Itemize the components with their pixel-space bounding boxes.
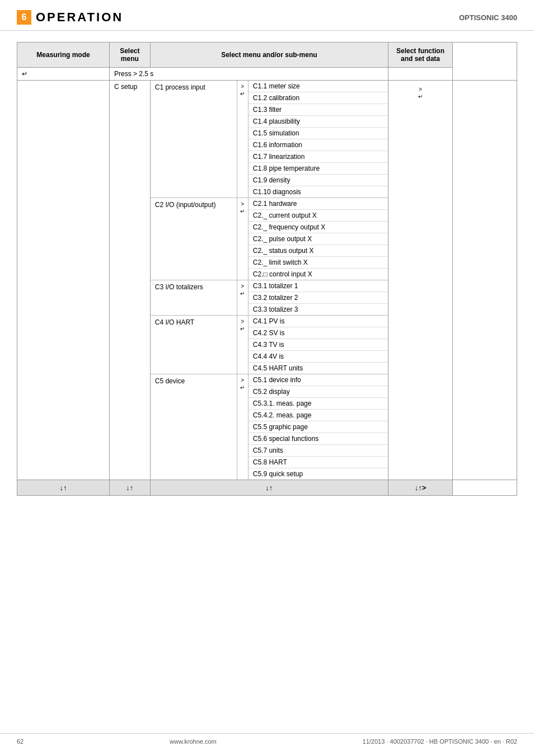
c4-item-3: C4.4 4V is	[249, 351, 388, 363]
page-header: 6 OPERATION OPTISONIC 3400	[0, 0, 534, 31]
c1-item-4: C1.5 simulation	[249, 128, 388, 139]
c1-item-2: C1.3 filter	[249, 104, 388, 116]
c1-item-0: C1.1 meter size	[249, 81, 388, 92]
bottom-nav-row: ↓↑ ↓↑ ↓↑ ↓↑>	[17, 480, 517, 496]
c1-item-9: C1.10 diagnosis	[249, 186, 388, 198]
page-title: OPERATION	[36, 10, 459, 25]
enter-symbol: ↵	[22, 70, 27, 78]
c5-item-2: C5.3.1. meas. page	[249, 398, 388, 410]
c5-items: C5.1 device infoC5.2 displayC5.3.1. meas…	[249, 374, 388, 480]
section-number: 6	[17, 10, 31, 25]
c2-items: C2.1 hardwareC2._ current output XC2._ f…	[249, 198, 388, 280]
c5-enter-icon: ↵	[240, 384, 245, 391]
c1-arrow: > ↵	[237, 81, 249, 198]
c4-items: C4.1 PV isC4.2 SV isC4.3 TV isC4.4 4V is…	[249, 316, 388, 374]
header-select-func: Select function and set data	[388, 43, 453, 68]
product-name: OPTISONIC 3400	[459, 13, 517, 22]
press-text: Press > 2.5 s	[110, 68, 388, 81]
c2-section: C2 I/O (input/output) > ↵ C2.1 hardwareC…	[151, 198, 388, 280]
right-enter-icon: ↵	[390, 93, 451, 100]
c3-item-0: C3.1 totalizer 1	[249, 280, 388, 292]
c1-label: C1 process input	[151, 81, 237, 198]
c3-item-2: C3.3 totalizer 3	[249, 304, 388, 315]
sub-menu-td: C1 process input > ↵ C1.1 meter sizeC1.2…	[150, 81, 388, 480]
navigation-table: Measuring mode Select menu Select menu a…	[17, 42, 517, 496]
right-arrow-col: > ↵	[388, 81, 453, 480]
c3-section: C3 I/O totalizers > ↵ C3.1 totalizer 1C3…	[151, 280, 388, 316]
c1-item-8: C1.9 density	[249, 175, 388, 186]
c2-item-1: C2._ current output X	[249, 210, 388, 222]
enter-icon: ↵	[240, 91, 245, 97]
c1-item-7: C1.8 pipe temperature	[249, 163, 388, 175]
c5-item-5: C5.6 special functions	[249, 433, 388, 445]
header-measuring-mode: Measuring mode	[17, 43, 110, 68]
c1-item-1: C1.2 calibration	[249, 92, 388, 104]
c4-label: C4 I/O HART	[151, 316, 237, 374]
nav-col2: ↓↑	[110, 480, 151, 496]
c4-forward-icon: >	[241, 318, 244, 325]
func-main-cell	[453, 81, 517, 480]
csetup-row: C setup C1 process input > ↵ C1.1 meter …	[17, 81, 517, 480]
c4-item-2: C4.3 TV is	[249, 339, 388, 351]
header-select-menu: Select menu	[110, 43, 151, 68]
c2-item-4: C2._ status output X	[249, 245, 388, 257]
c1-item-6: C1.7 linearization	[249, 151, 388, 163]
c1-item-3: C1.4 plausibility	[249, 116, 388, 128]
page-footer: 62 www.krohne.com 11/2013 · 4002037702 ·…	[0, 733, 534, 745]
nav-col4: ↓↑>	[388, 480, 453, 496]
c3-item-1: C3.2 totalizer 2	[249, 292, 388, 304]
c4-item-0: C4.1 PV is	[249, 316, 388, 327]
c5-forward-icon: >	[241, 377, 244, 383]
c2-enter-icon: ↵	[240, 208, 245, 214]
c4-arrow: > ↵	[237, 316, 249, 374]
c3-forward-icon: >	[241, 283, 244, 289]
c1-section: C1 process input > ↵ C1.1 meter sizeC1.2…	[151, 81, 388, 198]
c5-label: C5 device	[151, 374, 237, 480]
c4-enter-icon: ↵	[240, 326, 245, 332]
nav-col3: ↓↑	[150, 480, 388, 496]
c3-arrow: > ↵	[237, 280, 249, 315]
c2-forward-icon: >	[241, 201, 244, 207]
c5-arrow: > ↵	[237, 374, 249, 480]
forward-icon: >	[241, 83, 244, 90]
c2-item-6: C2.□ control input X	[249, 269, 388, 280]
c5-item-1: C5.2 display	[249, 386, 388, 398]
page-number: 62	[17, 738, 24, 745]
c5-item-6: C5.7 units	[249, 445, 388, 457]
c5-section: C5 device > ↵ C5.1 device infoC5.2 displ…	[151, 374, 388, 480]
c5-item-4: C5.5 graphic page	[249, 421, 388, 433]
c1-items: C1.1 meter sizeC1.2 calibrationC1.3 filt…	[249, 81, 388, 198]
c2-item-0: C2.1 hardware	[249, 198, 388, 210]
right-forward-icon: >	[390, 83, 451, 92]
enter-row: ↵ Press > 2.5 s	[17, 68, 517, 81]
c3-label: C3 I/O totalizers	[151, 280, 237, 315]
enter-symbol-cell: ↵	[17, 68, 110, 81]
measuring-mode-cell	[17, 81, 110, 480]
c4-item-4: C4.5 HART units	[249, 363, 388, 374]
c1-item-5: C1.6 information	[249, 139, 388, 151]
c2-label: C2 I/O (input/output)	[151, 198, 237, 280]
c5-item-0: C5.1 device info	[249, 374, 388, 386]
c2-arrow: > ↵	[237, 198, 249, 280]
c2-item-3: C2._ pulse output X	[249, 233, 388, 245]
c5-item-3: C5.4.2. meas. page	[249, 410, 388, 421]
header-select-sub: Select menu and/or sub-menu	[150, 43, 388, 68]
c4-item-1: C4.2 SV is	[249, 327, 388, 339]
c-setup-label: C setup	[110, 81, 151, 480]
c3-items: C3.1 totalizer 1C3.2 totalizer 2C3.3 tot…	[249, 280, 388, 315]
c4-section: C4 I/O HART > ↵ C4.1 PV isC4.2 SV isC4.3…	[151, 316, 388, 374]
doc-info: 11/2013 · 4002037702 · HB OPTISONIC 3400…	[363, 738, 517, 745]
func-empty-1	[388, 68, 453, 81]
c5-item-7: C5.8 HART	[249, 457, 388, 468]
c3-enter-icon: ↵	[240, 290, 245, 297]
c2-item-5: C2._ limit switch X	[249, 257, 388, 269]
c5-item-8: C5.9 quick setup	[249, 468, 388, 480]
main-content: Measuring mode Select menu Select menu a…	[0, 42, 534, 496]
nav-col1: ↓↑	[17, 480, 110, 496]
c2-item-2: C2._ frequency output X	[249, 222, 388, 233]
website: www.krohne.com	[170, 738, 217, 745]
